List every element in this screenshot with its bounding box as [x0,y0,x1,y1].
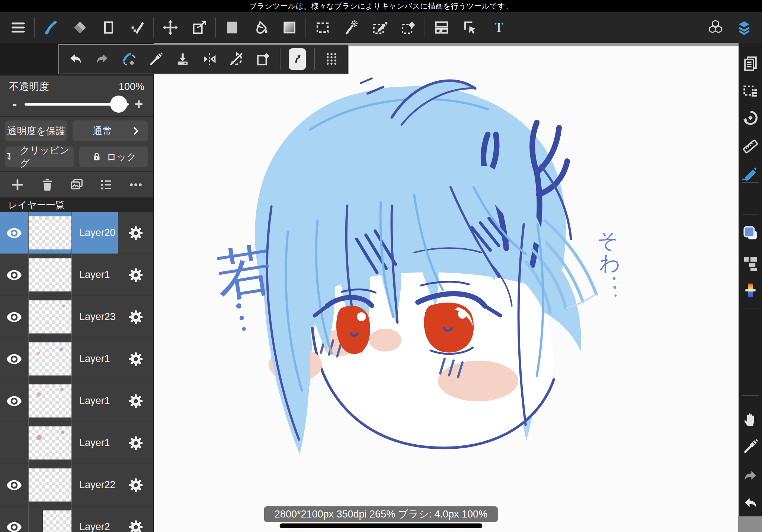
layer-thumbnail [29,380,72,422]
airbrush-marker-icon [742,165,759,183]
gradient-button[interactable] [275,12,304,43]
ruler-button[interactable] [742,138,759,155]
layer-list-button[interactable] [98,176,115,193]
bucket-button[interactable] [246,12,275,43]
opacity-minus-button[interactable]: - [9,97,20,111]
undo-button[interactable] [62,47,89,71]
select-rect-icon [314,19,331,36]
layers-button[interactable] [730,12,758,43]
magic-wand-icon [343,19,360,36]
undo-icon [742,494,759,512]
layer-row[interactable]: Layer1 [0,254,153,296]
layer-visibility-toggle[interactable] [0,464,29,506]
layer-settings-button[interactable] [118,212,153,254]
home-indicator[interactable] [280,523,483,528]
opacity-slider[interactable] [25,103,129,106]
selection-layout-icon [742,83,759,101]
select-eraser-button[interactable] [394,12,423,43]
select-pen-button[interactable] [365,12,394,43]
redo-button[interactable] [742,467,759,485]
drawing-canvas[interactable]: 若 そ わ [154,43,739,532]
layer-row[interactable]: Layer20 [0,212,153,254]
layer-visibility-toggle[interactable] [0,296,29,338]
layer-visibility-toggle[interactable] [0,422,29,464]
palette-list-button[interactable] [742,254,759,272]
eraser-button[interactable] [65,12,94,43]
eye-icon [5,266,23,284]
material-3d-button[interactable] [701,12,730,43]
layer-row[interactable]: Layer1 [0,380,153,422]
duplicate-layer-icon [69,177,84,192]
flip-h-button[interactable] [196,47,223,71]
layer-settings-button[interactable] [118,296,153,338]
opacity-plus-button[interactable]: + [133,97,144,111]
blend-mode-button[interactable]: 通常 [73,120,148,141]
save-merge-icon [175,51,191,67]
gear-icon [127,267,144,284]
layer-row[interactable]: Layer1 [0,422,153,464]
selection-layout-button[interactable] [742,83,759,101]
undo-icon [67,51,84,67]
layer-row[interactable]: Layer1 [0,338,153,380]
lock-button[interactable]: ロック [79,146,148,167]
eyedropper-button[interactable] [742,438,759,455]
color-spectrum-button[interactable] [742,281,759,299]
add-layer-button[interactable] [9,176,26,193]
object-select-button[interactable] [456,12,484,43]
layer-visibility-toggle[interactable] [0,338,29,380]
layer-settings-button[interactable] [118,464,153,506]
layer-thumbnail-checker [29,300,71,333]
layer-settings-button[interactable] [118,254,153,296]
color-swatch-button[interactable] [742,224,759,242]
lock-label: ロック [107,151,137,164]
dots-grid-button[interactable] [318,47,345,71]
redo-button[interactable] [89,47,116,71]
clipping-button[interactable]: クリッピング [5,146,74,167]
layer-thumbnail-checker [29,468,71,502]
menu-button[interactable] [4,12,32,43]
layer-settings-button[interactable] [118,506,153,532]
move-button[interactable] [156,12,185,43]
panel-layout-button[interactable] [427,12,456,43]
protect-alpha-button[interactable]: 透明度を保護 [5,120,67,141]
layer-name: Layer1 [79,395,110,407]
layer-row[interactable]: Layer22 [0,464,153,506]
undo-button[interactable] [742,494,759,512]
save-merge-button[interactable] [169,47,196,71]
select-rect-button[interactable] [308,12,337,43]
export-up-button[interactable] [284,47,311,71]
brush-eraser-button[interactable] [116,47,143,71]
opacity-slider-knob[interactable] [110,96,127,113]
dot-pen-button[interactable] [123,12,151,43]
rect-tool-button[interactable] [94,12,123,43]
duplicate-layer-button[interactable] [68,176,85,193]
eyedropper-button[interactable] [143,47,169,71]
rotate-reset-button[interactable] [223,47,250,71]
layer-settings-button[interactable] [118,338,153,380]
layer-settings-button[interactable] [118,422,153,464]
fill-swatch-button[interactable] [218,12,246,43]
magic-wand-button[interactable] [337,12,365,43]
layer-settings-button[interactable] [118,380,153,422]
brush-button[interactable] [37,12,65,43]
transform-button[interactable] [185,12,213,43]
notification-text: ブラシツールは、様々なブラシによりキャンバスに描画を行うツールです。 [249,1,513,11]
layer-visibility-toggle[interactable] [0,254,29,296]
layer-visibility-toggle[interactable] [0,380,29,422]
page-eraser-button[interactable] [250,47,276,71]
select-pen-icon [371,19,388,36]
delete-layer-button[interactable] [39,176,56,193]
layer-list-icon [99,177,114,192]
hand-tool-button[interactable] [742,410,759,428]
rotate-canvas-button[interactable] [742,109,759,127]
clipping-icon [5,151,15,162]
document-pages-button[interactable] [742,55,759,72]
layer-visibility-toggle[interactable] [0,212,29,254]
layer-visibility-toggle[interactable] [0,506,29,532]
bucket-icon [252,19,269,36]
layer-row[interactable]: Layer2 [0,506,153,532]
layer-row[interactable]: Layer23 [0,296,153,338]
text-tool-button[interactable]: T [484,12,513,43]
airbrush-marker-button[interactable] [742,165,759,183]
more-options-button[interactable] [127,176,144,193]
